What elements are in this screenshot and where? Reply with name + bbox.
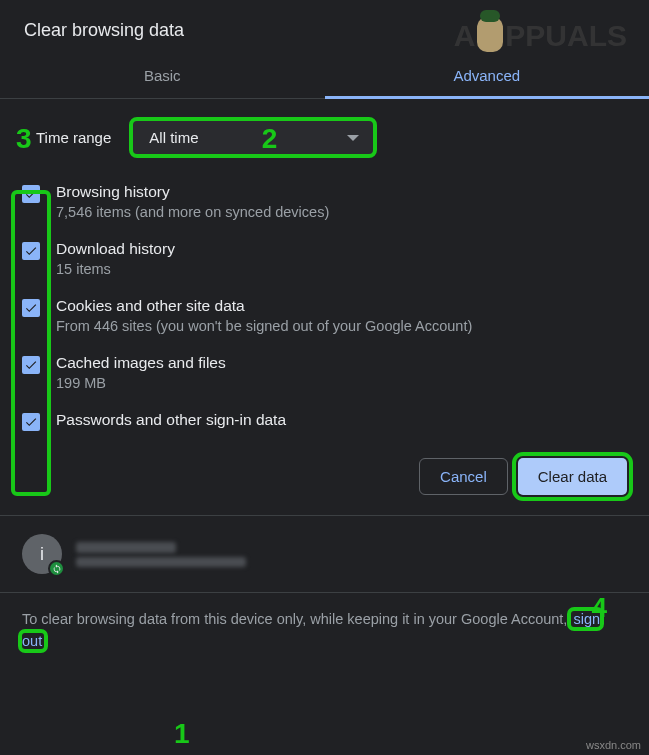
account-info [76,542,246,567]
tab-basic[interactable]: Basic [0,53,325,98]
sync-icon [48,560,65,577]
annotation-2: 2 [262,123,278,155]
time-range-select[interactable]: All time 2 [129,117,377,158]
check-icon [24,187,38,201]
checkbox-cookies[interactable] [22,299,40,317]
clear-data-button[interactable]: Clear data [518,458,627,495]
tab-advanced[interactable]: Advanced [325,53,650,98]
dialog-body: 3 Time range All time 2 Browsing history… [0,99,649,438]
chevron-down-icon [347,135,359,141]
item-passwords[interactable]: Passwords and other sign-in data [22,404,627,438]
watermark: wsxdn.com [586,739,641,751]
avatar: i [22,534,62,574]
clear-browsing-data-dialog: Clear browsing data A PPUALS Basic Advan… [0,0,649,669]
annotation-1: 1 [174,713,190,755]
checkbox-passwords[interactable] [22,413,40,431]
data-type-list: Browsing history 7,546 items (and more o… [22,176,627,438]
time-range-label: Time range [36,129,111,146]
check-icon [24,358,38,372]
check-icon [24,244,38,258]
item-browsing-history[interactable]: Browsing history 7,546 items (and more o… [22,176,627,227]
check-icon [24,415,38,429]
cancel-button[interactable]: Cancel [419,458,508,495]
check-icon [24,301,38,315]
time-range-value: All time [149,129,198,146]
checkbox-browsing-history[interactable] [22,185,40,203]
checkbox-cached[interactable] [22,356,40,374]
account-email-blurred [76,557,246,567]
dialog-title: Clear browsing data [0,0,649,53]
tab-underline [325,96,650,99]
tabs: Basic Advanced [0,53,649,99]
dialog-actions: Cancel Clear data [0,438,649,516]
account-row[interactable]: i [0,516,649,593]
annotation-3: 3 [16,123,32,155]
footer-text: To clear browsing data from this device … [0,593,649,669]
item-download-history[interactable]: Download history 15 items [22,233,627,284]
checkbox-download-history[interactable] [22,242,40,260]
item-cookies[interactable]: Cookies and other site data From 446 sit… [22,290,627,341]
item-cached[interactable]: Cached images and files 199 MB [22,347,627,398]
account-name-blurred [76,542,176,553]
